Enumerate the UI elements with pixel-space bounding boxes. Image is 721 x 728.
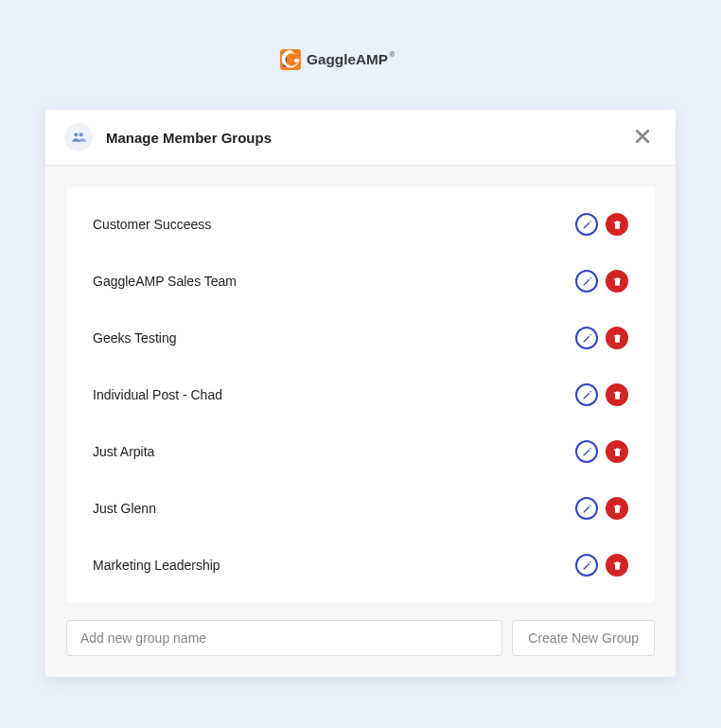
- svg-text:®: ®: [390, 50, 396, 59]
- pencil-icon: [582, 333, 592, 344]
- group-list: Customer Succeess GaggleAMP Sales Team: [66, 186, 655, 603]
- create-new-group-button[interactable]: Create New Group: [512, 620, 655, 656]
- delete-button[interactable]: [606, 270, 628, 293]
- delete-button[interactable]: [606, 440, 628, 463]
- groups-icon: [64, 123, 93, 151]
- modal-header: Manage Member Groups: [45, 110, 676, 166]
- group-name: Just Glenn: [93, 501, 575, 516]
- trash-icon: [612, 333, 623, 344]
- svg-point-3: [74, 133, 78, 136]
- new-group-name-input[interactable]: [66, 620, 502, 656]
- trash-icon: [612, 560, 623, 571]
- trash-icon: [612, 447, 623, 457]
- edit-button[interactable]: [575, 213, 598, 236]
- group-row: Marketing Leadership: [66, 537, 655, 594]
- edit-button[interactable]: [575, 327, 598, 349]
- group-row: GaggleAMP Sales Team: [66, 253, 655, 310]
- delete-button[interactable]: [606, 383, 628, 406]
- edit-button[interactable]: [575, 554, 598, 577]
- edit-button[interactable]: [575, 270, 598, 293]
- group-row: Just Glenn: [66, 480, 655, 537]
- group-name: Marketing Leadership: [93, 558, 575, 573]
- pencil-icon: [582, 504, 592, 514]
- group-row: Customer Succeess: [66, 196, 655, 253]
- svg-text:GaggleAMP: GaggleAMP: [307, 51, 388, 67]
- close-icon: [636, 130, 649, 143]
- delete-button[interactable]: [606, 327, 628, 349]
- group-name: GaggleAMP Sales Team: [93, 274, 575, 289]
- delete-button[interactable]: [606, 554, 628, 577]
- close-button[interactable]: [628, 124, 657, 151]
- svg-point-4: [79, 133, 83, 136]
- trash-icon: [612, 390, 623, 400]
- delete-button[interactable]: [606, 213, 628, 236]
- pencil-icon: [582, 447, 592, 457]
- edit-button[interactable]: [575, 440, 598, 463]
- pencil-icon: [582, 220, 592, 230]
- group-row: Individual Post - Chad: [66, 366, 655, 423]
- group-name: Customer Succeess: [93, 217, 575, 232]
- modal-title: Manage Member Groups: [106, 130, 628, 146]
- edit-button[interactable]: [575, 497, 598, 520]
- trash-icon: [612, 220, 623, 230]
- delete-button[interactable]: [606, 497, 628, 520]
- group-name: Individual Post - Chad: [93, 387, 575, 402]
- manage-groups-modal: Manage Member Groups Customer Succeess: [45, 110, 676, 677]
- group-name: Geeks Testing: [93, 330, 575, 346]
- group-name: Just Arpita: [93, 444, 575, 459]
- pencil-icon: [582, 560, 592, 571]
- group-row: Just Arpita: [66, 423, 655, 480]
- logo: GaggleAMP ®: [0, 45, 721, 74]
- trash-icon: [612, 504, 623, 514]
- edit-button[interactable]: [575, 383, 598, 406]
- group-row: Geeks Testing: [66, 310, 655, 366]
- modal-footer: Create New Group: [45, 603, 676, 677]
- pencil-icon: [582, 276, 592, 287]
- trash-icon: [612, 276, 623, 287]
- pencil-icon: [582, 390, 592, 400]
